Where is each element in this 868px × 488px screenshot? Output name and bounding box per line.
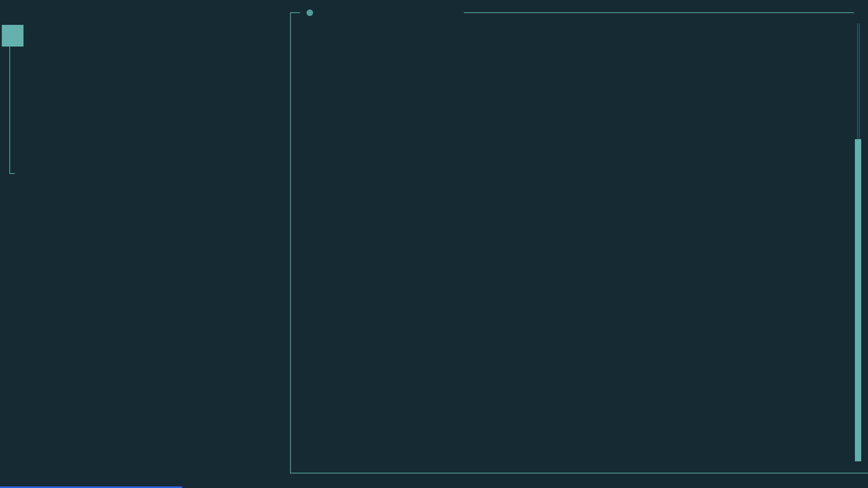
keyboard-hints <box>173 438 209 461</box>
nx-terminal-ui <box>0 0 868 488</box>
nx-logo <box>2 25 24 46</box>
running-status-dot-icon <box>307 9 313 16</box>
pagination-bar <box>12 438 49 461</box>
panel-border-top <box>464 12 854 13</box>
scrollbar-thumb[interactable] <box>855 139 861 461</box>
panel-border-top-stub <box>290 12 300 13</box>
scroll-down-arrow-icon[interactable] <box>854 464 867 484</box>
scrollbar-track <box>857 24 858 139</box>
panel-border-left <box>290 12 291 474</box>
scroll-up-arrow-icon[interactable] <box>854 3 867 23</box>
task-tree-connector <box>9 46 15 174</box>
scrollbar-track <box>859 24 860 139</box>
bottom-edge-accent <box>0 486 182 488</box>
panel-border-bottom <box>290 473 868 474</box>
